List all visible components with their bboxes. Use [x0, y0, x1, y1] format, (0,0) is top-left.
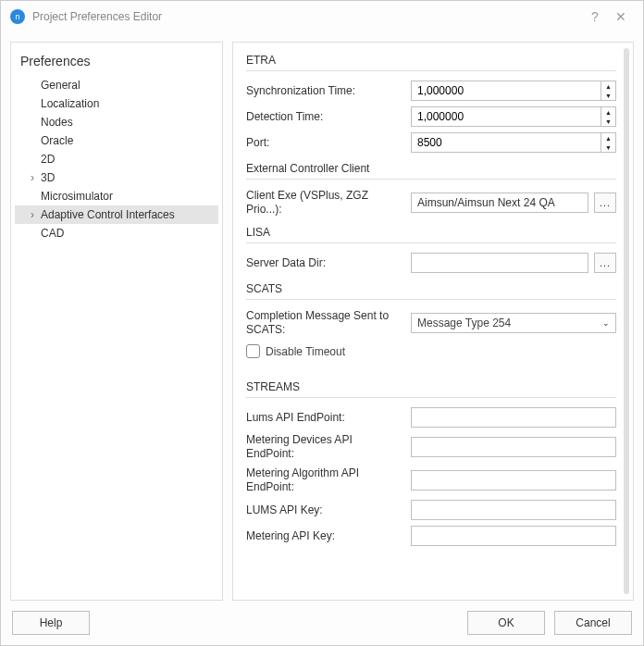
content-area: Preferences GeneralLocalizationNodesOrac…	[1, 32, 643, 601]
tree-item-cad[interactable]: CAD	[15, 224, 218, 242]
client-exe-label: Client Exe (VSPlus, ZGZ Prio...):	[246, 189, 403, 217]
cancel-button[interactable]: Cancel	[554, 611, 632, 635]
tree-item-general[interactable]: General	[15, 76, 218, 94]
sync-time-label: Synchronization Time:	[246, 84, 403, 97]
scats-msg-select[interactable]: Message Type 254 ⌄	[411, 313, 616, 333]
spin-arrows-icon[interactable]: ▲▼	[601, 81, 615, 100]
dialog-window: n Project Preferences Editor ? ✕ Prefere…	[0, 0, 644, 646]
metering-algo-ep-input[interactable]	[411, 470, 616, 491]
tree-item-label: Nodes	[39, 116, 73, 129]
group-title-etra: ETRA	[246, 54, 616, 67]
lums-ep-input[interactable]	[411, 407, 616, 428]
lums-ep-label: Lums API EndPoint:	[246, 411, 403, 424]
titlebar: n Project Preferences Editor ? ✕	[1, 1, 643, 32]
tree-title: Preferences	[15, 50, 218, 76]
ok-button[interactable]: OK	[467, 611, 545, 635]
sync-time-input[interactable]	[412, 81, 601, 100]
lums-key-input[interactable]	[411, 500, 616, 520]
tree-item-label: General	[39, 79, 80, 92]
chevron-down-icon: ⌄	[602, 318, 610, 328]
tree-item-microsimulator[interactable]: Microsimulator	[15, 187, 218, 205]
tree-item-localization[interactable]: Localization	[15, 94, 218, 113]
port-input[interactable]	[412, 133, 601, 152]
app-logo-icon: n	[10, 9, 25, 24]
detect-time-spinbox[interactable]: ▲▼	[411, 106, 616, 127]
port-label: Port:	[246, 136, 403, 149]
settings-scroll[interactable]: ETRA Synchronization Time: ▲▼ Detection …	[233, 43, 633, 600]
metering-devices-ep-input[interactable]	[411, 437, 616, 457]
tree-item-adaptive-control-interfaces[interactable]: ›Adaptive Control Interfaces	[15, 205, 218, 224]
client-exe-browse-button[interactable]: ...	[594, 193, 616, 213]
scats-msg-label: Completion Message Sent to SCATS:	[246, 309, 403, 337]
tree-item-label: CAD	[39, 227, 64, 240]
metering-key-input[interactable]	[411, 526, 616, 546]
group-title-lisa: LISA	[246, 226, 616, 239]
expand-icon[interactable]: ›	[26, 171, 39, 184]
tree-item-label: Localization	[39, 97, 99, 110]
dialog-footer: Help OK Cancel	[1, 601, 643, 645]
server-dir-browse-button[interactable]: ...	[594, 253, 616, 273]
detect-time-input[interactable]	[412, 107, 601, 126]
disable-timeout-checkbox[interactable]	[246, 344, 260, 358]
group-title-scats: SCATS	[246, 282, 616, 295]
server-dir-input[interactable]	[411, 253, 588, 273]
metering-algo-ep-label: Metering Algorithm API EndPoint:	[246, 466, 403, 494]
tree-item-nodes[interactable]: Nodes	[15, 113, 218, 131]
group-title-streams: STREAMS	[246, 380, 616, 393]
preferences-tree[interactable]: Preferences GeneralLocalizationNodesOrac…	[10, 42, 223, 601]
help-button[interactable]: Help	[12, 611, 90, 635]
vertical-scrollbar[interactable]	[624, 48, 629, 594]
port-spinbox[interactable]: ▲▼	[411, 132, 616, 153]
metering-key-label: Metering API Key:	[246, 529, 403, 542]
tree-item-oracle[interactable]: Oracle	[15, 131, 218, 150]
disable-timeout-label: Disable Timeout	[266, 345, 345, 358]
close-icon[interactable]: ✕	[608, 4, 634, 30]
expand-icon[interactable]: ›	[26, 208, 39, 221]
client-exe-input[interactable]	[411, 193, 588, 213]
group-title-extctrl: External Controller Client	[246, 162, 616, 175]
settings-panel: ETRA Synchronization Time: ▲▼ Detection …	[232, 42, 634, 601]
tree-item-label: 2D	[39, 153, 55, 166]
spin-arrows-icon[interactable]: ▲▼	[601, 133, 615, 152]
tree-item-2d[interactable]: 2D	[15, 150, 218, 168]
tree-item-label: Microsimulator	[39, 190, 113, 203]
tree-item-3d[interactable]: ›3D	[15, 168, 218, 187]
scats-msg-value: Message Type 254	[417, 317, 511, 329]
tree-item-label: Adaptive Control Interfaces	[39, 208, 175, 221]
lums-key-label: LUMS API Key:	[246, 503, 403, 516]
tree-item-label: Oracle	[39, 134, 73, 147]
spin-arrows-icon[interactable]: ▲▼	[601, 107, 615, 126]
metering-devices-ep-label: Metering Devices API EndPoint:	[246, 433, 403, 461]
sync-time-spinbox[interactable]: ▲▼	[411, 81, 616, 101]
server-dir-label: Server Data Dir:	[246, 256, 403, 269]
help-icon[interactable]: ?	[582, 4, 608, 30]
window-title: Project Preferences Editor	[32, 10, 162, 23]
detect-time-label: Detection Time:	[246, 110, 403, 123]
tree-item-label: 3D	[39, 171, 55, 184]
